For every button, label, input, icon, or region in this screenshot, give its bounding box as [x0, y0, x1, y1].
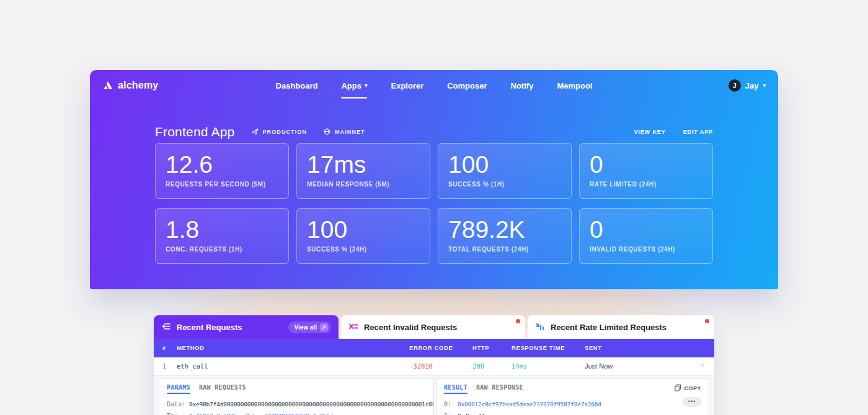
chevron-down-icon: ▾	[763, 82, 766, 89]
notification-dot	[516, 319, 520, 323]
result-tabs: RESULT RAW RESPONSE	[444, 384, 701, 394]
arrow-up-right-icon: ↗	[320, 323, 328, 331]
table-row[interactable]: 1 eth_call -32010 200 14ms Just Now ⌃	[154, 357, 714, 376]
mainnet-badge: MAINNET	[323, 128, 365, 137]
tab-recent-requests[interactable]: Recent Requests View all ↗	[154, 315, 339, 339]
stats-grid: 12.6 REQUESTS PER SECOND (5M) 17ms MEDIA…	[155, 143, 713, 264]
nav-apps-label: Apps	[341, 81, 361, 90]
recent-requests-panel: Recent Requests View all ↗ Recent Invali…	[154, 315, 714, 415]
column-http: HTTP	[472, 339, 489, 357]
row-sent: Just Now	[585, 357, 613, 375]
invalid-requests-icon	[348, 322, 358, 333]
copy-button[interactable]: COPY	[675, 384, 701, 393]
tab-params[interactable]: PARAMS	[167, 384, 190, 394]
stat-success-1h: 100 SUCCESS % (1H)	[438, 143, 572, 199]
stat-total-requests: 789.2K TOTAL REQUESTS (24H)	[438, 208, 572, 264]
result-value: 0x4bce31	[458, 411, 485, 415]
result-address-link[interactable]: 0x06012c8cf97bead5deae237070f9587f8e7a26…	[458, 399, 601, 411]
nav-apps[interactable]: Apps ▾	[341, 81, 367, 90]
nav-mempool[interactable]: Mempool	[557, 81, 592, 90]
tab-raw-requests[interactable]: RAW REQUESTS	[199, 384, 246, 394]
param-label: Data:	[167, 399, 189, 411]
requests-icon	[161, 321, 171, 333]
stat-value: 0	[590, 216, 702, 243]
nav-explorer[interactable]: Explorer	[391, 81, 423, 90]
nav-notify[interactable]: Notify	[511, 81, 534, 90]
app-actions: VIEW KEY EDIT APP	[634, 129, 713, 135]
view-all-button[interactable]: View all ↗	[288, 321, 331, 333]
column-method: METHOD	[177, 339, 205, 357]
stat-value: 12.6	[166, 151, 278, 178]
param-to-address-link[interactable]: 0x06012c8cf97bead5deae237070f9587f8e7a26…	[189, 411, 333, 415]
tab-recent-invalid-requests[interactable]: Recent Invalid Requests	[341, 315, 525, 339]
more-options-button[interactable]: •••	[683, 397, 701, 407]
stat-rate-limited: 0 RATE LIMITED (24H)	[579, 143, 713, 199]
copy-icon	[675, 384, 681, 393]
param-data-row: Data: 0xe98b7f4d000000000000000000000000…	[167, 399, 426, 411]
user-name: Jay	[745, 81, 759, 90]
tab-label: Recent Invalid Requests	[364, 323, 457, 332]
params-tabs: PARAMS RAW REQUESTS	[167, 384, 426, 394]
column-sent: SENT	[585, 339, 602, 357]
page-title: Frontend App	[155, 124, 235, 139]
request-result-panel: RESULT RAW RESPONSE 0: 0x06012c8cf97bead…	[436, 378, 709, 415]
app-header: Frontend App PRODUCTION MAINNET VIEW KEY…	[155, 124, 713, 139]
stat-requests-per-second: 12.6 REQUESTS PER SECOND (5M)	[155, 143, 289, 199]
stat-value: 0	[590, 151, 702, 178]
rate-limited-icon	[535, 322, 545, 333]
user-menu[interactable]: J Jay ▾	[728, 70, 766, 101]
tab-result[interactable]: RESULT	[444, 384, 467, 394]
row-index: 1	[162, 357, 166, 375]
chevron-down-icon: ▾	[365, 82, 368, 89]
edit-app-button[interactable]: EDIT APP	[683, 129, 713, 135]
stat-concurrent-requests: 1.8 CONC. REQUESTS (1H)	[155, 208, 289, 264]
view-all-label: View all	[294, 324, 317, 331]
tab-recent-rate-limited-requests[interactable]: Recent Rate Limited Requests	[528, 315, 714, 339]
globe-icon	[323, 128, 331, 137]
page: alchemy Dashboard Apps ▾ Explorer Compos…	[0, 0, 868, 415]
stat-label: TOTAL REQUESTS (24H)	[448, 246, 561, 253]
production-badge: PRODUCTION	[251, 128, 308, 137]
result-row-0: 0: 0x06012c8cf97bead5deae237070f9587f8e7…	[444, 399, 701, 411]
param-to-row: To: 0x06012c8cf97bead5deae237070f9587f8e…	[167, 411, 426, 415]
stat-label: SUCCESS % (1H)	[448, 181, 561, 188]
table-header: # METHOD ERROR CODE HTTP RESPONSE TIME S…	[154, 339, 714, 357]
stat-label: CONC. REQUESTS (1H)	[166, 246, 278, 253]
result-label: 1:	[444, 411, 458, 415]
tab-label: Recent Requests	[177, 323, 242, 332]
production-badge-label: PRODUCTION	[263, 129, 308, 135]
param-label: To:	[167, 411, 189, 415]
stat-label: INVALID REQUESTS (24H)	[590, 246, 702, 253]
avatar: J	[728, 79, 741, 92]
nav-composer[interactable]: Composer	[447, 81, 487, 90]
stat-value: 1.8	[166, 216, 278, 243]
mainnet-badge-label: MAINNET	[335, 129, 365, 135]
notification-dot	[705, 319, 709, 323]
collapse-row-icon[interactable]: ⌃	[701, 357, 704, 375]
column-error-code: ERROR CODE	[409, 339, 453, 357]
nav-dashboard[interactable]: Dashboard	[276, 81, 318, 90]
tab-raw-response[interactable]: RAW RESPONSE	[476, 384, 523, 394]
main-nav: Dashboard Apps ▾ Explorer Composer Notif…	[90, 70, 778, 101]
stat-success-24h: 100 SUCCESS % (24H)	[296, 208, 430, 264]
rocket-icon	[251, 128, 259, 137]
request-params-panel: PARAMS RAW REQUESTS Data: 0xe98b7f4d0000…	[159, 378, 434, 415]
column-index: #	[162, 339, 166, 357]
row-error-code: -32010	[409, 357, 433, 375]
stat-value: 789.2K	[448, 216, 561, 243]
stat-invalid-requests: 0 INVALID REQUESTS (24H)	[579, 208, 713, 264]
tab-label: Recent Rate Limited Requests	[551, 323, 666, 332]
stat-value: 100	[448, 151, 561, 178]
column-response-time: RESPONSE TIME	[512, 339, 565, 357]
stat-value: 100	[307, 216, 420, 243]
view-key-button[interactable]: VIEW KEY	[634, 129, 665, 135]
param-data-value: 0xe98b7f4d000000000000000000000000000000…	[189, 399, 434, 411]
row-method: eth_call	[177, 357, 208, 375]
row-response-time: 14ms	[512, 357, 527, 375]
copy-label: COPY	[684, 385, 701, 391]
row-http-status: 200	[472, 357, 484, 375]
app-dashboard-panel: alchemy Dashboard Apps ▾ Explorer Compos…	[90, 70, 778, 289]
stat-median-response: 17ms MEDIAN RESPONSE (5M)	[296, 143, 430, 199]
stat-label: MEDIAN RESPONSE (5M)	[307, 181, 420, 188]
result-label: 0:	[444, 399, 458, 411]
